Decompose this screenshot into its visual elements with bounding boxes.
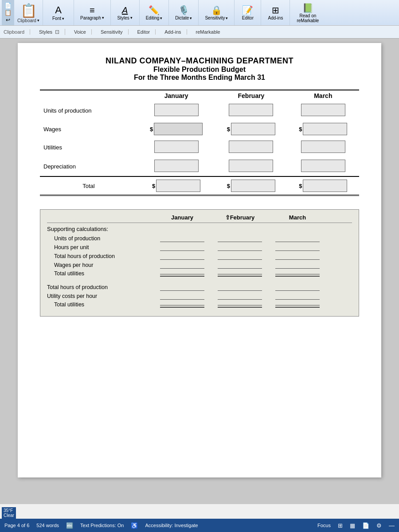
budget-subtitle: Flexible Production Budget — [40, 66, 359, 74]
depreciation-feb-input[interactable] — [229, 160, 273, 172]
support-line-th2-feb — [211, 284, 269, 291]
dictate-button[interactable]: 🎙️ Dictate ▾ — [172, 4, 196, 21]
styles-group: A Styles ▾ — [111, 0, 140, 25]
wages-jan-input[interactable] — [154, 123, 203, 135]
remarkable-button[interactable]: 📗 Read on reMarkable — [293, 2, 322, 24]
support-label-wages-per-hour: Wages per hour — [47, 262, 153, 268]
clipboard-bottom: Clipboard — [4, 29, 30, 35]
depreciation-jan-input[interactable] — [154, 160, 199, 172]
accessibility-icon[interactable]: ♿ — [131, 522, 138, 529]
remarkable-bottom-label: reMarkable — [196, 29, 220, 35]
editing-dropdown-icon[interactable]: ▾ — [160, 16, 162, 20]
total-feb-input[interactable] — [231, 180, 275, 192]
sensitivity-icon: 🔒 — [211, 5, 222, 16]
view-icon[interactable]: 📄 — [362, 522, 369, 529]
undo-icon[interactable]: ↩ — [6, 17, 10, 23]
units-jan-input[interactable] — [154, 104, 199, 116]
paste-icon[interactable]: 📋 — [20, 3, 37, 18]
support-col-mar: March — [269, 214, 326, 221]
new-doc-icon[interactable]: 📄 — [4, 2, 12, 9]
sensitivity-button[interactable]: 🔒 Sensitivity ▾ — [201, 4, 231, 21]
spell-check-icon[interactable]: 🔤 — [66, 522, 73, 529]
accessibility-label[interactable]: Accessibility: Investigate — [145, 523, 198, 528]
support-row-total-util-2: Total utilities — [47, 301, 352, 308]
support-label-total-util-1: Total utilities — [47, 270, 153, 277]
support-row-total-hours: Total hours of production — [47, 253, 352, 260]
utilities-jan-input[interactable] — [154, 141, 199, 153]
addins-button[interactable]: ⊞ Add-ins — [264, 4, 286, 21]
settings-icon[interactable]: ⚙ — [376, 522, 382, 529]
page-info: Page 4 of 6 — [4, 523, 29, 528]
support-line-units-jan — [153, 235, 211, 242]
editing-button[interactable]: ✏️ Editing ▾ — [142, 4, 166, 21]
voice-bottom: Voice — [74, 29, 92, 35]
depreciation-mar-input[interactable] — [301, 160, 345, 172]
addins-label: Add-ins — [268, 16, 283, 20]
support-line-th-jan — [153, 253, 211, 260]
copy-icon[interactable]: 📋 — [4, 9, 12, 16]
clipboard-group: 📋 Clipboard ▾ — [14, 0, 43, 25]
support-line-th-feb — [211, 253, 269, 260]
support-col-feb: ⇧February — [211, 214, 269, 221]
document-area: NILAND COMPANY–MACHINING DEPARTMENT Flex… — [0, 39, 399, 504]
budget-period: For the Three Months Ending March 31 — [40, 74, 359, 82]
total-jan-input[interactable] — [156, 180, 200, 192]
row-label-utilities: Utilities — [40, 138, 137, 157]
dictate-icon: 🎙️ — [178, 5, 189, 16]
units-mar-input[interactable] — [301, 104, 345, 116]
paste-dropdown-icon[interactable]: ▾ — [37, 18, 39, 23]
support-row-hours-per-unit: Hours per unit — [47, 244, 352, 251]
table-row-total: Total $ $ — [40, 176, 359, 196]
utilities-feb-input[interactable] — [229, 141, 273, 153]
sensitivity-dropdown-icon[interactable]: ▾ — [226, 16, 228, 20]
units-feb-input[interactable] — [229, 104, 273, 116]
support-line-units-feb — [211, 235, 269, 242]
styles-launcher-icon[interactable]: ⊡ — [55, 29, 59, 35]
budget-col-label — [40, 90, 137, 101]
dictate-label: Dictate — [175, 16, 189, 20]
left-sidebar: 📄 📋 ↩ — [2, 0, 14, 25]
wages-mar-input[interactable] — [303, 123, 347, 135]
paragraph-button[interactable]: ≡ Paragraph ▾ — [77, 4, 108, 21]
support-line-tu2-mar — [269, 301, 326, 308]
support-line-units-mar — [269, 235, 326, 242]
support-label-total-hours-2: Total hours of production — [47, 284, 153, 290]
styles-dropdown-icon[interactable]: ▾ — [130, 16, 133, 20]
support-row-total-util-1: Total utilities — [47, 270, 352, 277]
font-dropdown-icon[interactable]: ▾ — [62, 16, 64, 21]
font-button[interactable]: A Font ▾ — [49, 4, 68, 22]
sensitivity-group: 🔒 Sensitivity ▾ — [199, 0, 235, 25]
support-line-tu2-jan — [153, 301, 211, 308]
total-mar-input[interactable] — [303, 180, 347, 192]
table-row: Wages $ $ — [40, 120, 359, 138]
support-label-utility-costs: Utility costs per hour — [47, 293, 153, 299]
support-row-wages-per-hour: Wages per hour — [47, 262, 352, 269]
budget-col-january: January — [137, 90, 215, 101]
dictate-dropdown-icon[interactable]: ▾ — [190, 16, 192, 20]
editor-button[interactable]: 📝 Editor — [239, 4, 257, 21]
text-predictions[interactable]: Text Predictions: On — [80, 523, 124, 528]
units-mar-cell — [287, 101, 359, 120]
paragraph-dropdown-icon[interactable]: ▾ — [102, 16, 104, 20]
voice-bottom-label: Voice — [74, 29, 86, 35]
focus-icon[interactable]: ⊞ — [338, 522, 343, 529]
editor-label: Editor — [242, 16, 254, 20]
utilities-mar-input[interactable] — [301, 141, 345, 153]
remarkable-bottom: reMarkable — [196, 29, 226, 35]
remarkable-group: 📗 Read on reMarkable — [290, 0, 325, 25]
table-row: Depreciation — [40, 157, 359, 176]
support-label-hours-per-unit: Hours per unit — [47, 244, 153, 250]
focus-label[interactable]: Focus — [317, 523, 331, 528]
paragraph-group: ≡ Paragraph ▾ — [74, 0, 111, 25]
depreciation-mar-cell — [287, 157, 359, 176]
wages-feb-input[interactable] — [231, 123, 275, 135]
support-line-th-mar — [269, 253, 326, 260]
depreciation-feb-cell — [215, 157, 287, 176]
table-icon[interactable]: ▦ — [350, 522, 355, 529]
clipboard-bottom-label: Clipboard — [4, 29, 24, 35]
support-line-uc-feb — [211, 293, 269, 300]
styles-button[interactable]: A Styles ▾ — [114, 4, 136, 21]
total-jan-dollar: $ — [152, 183, 155, 189]
support-row-utility-costs: Utility costs per hour — [47, 293, 352, 300]
document-page: NILAND COMPANY–MACHINING DEPARTMENT Flex… — [18, 43, 381, 477]
